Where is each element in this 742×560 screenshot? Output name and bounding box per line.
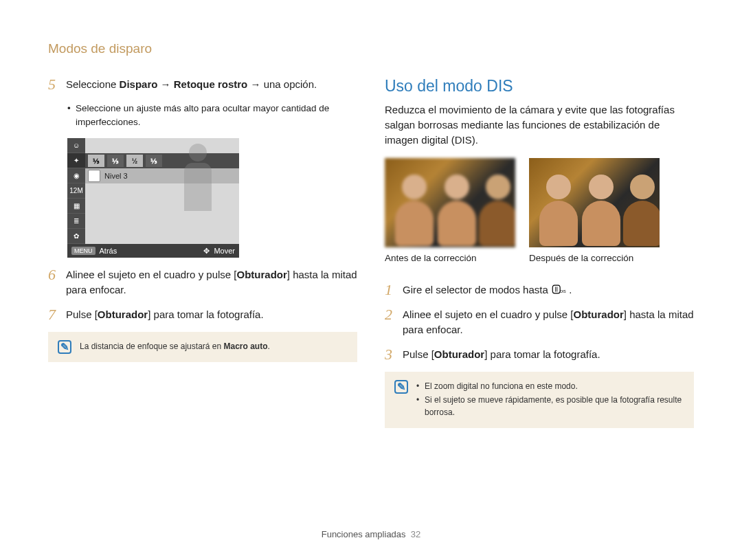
step-5: 5 Seleccione Disparo → Retoque rostro → …	[48, 77, 357, 92]
sample-photo-after	[529, 158, 660, 247]
sidebar-icon-12m: 12M	[67, 183, 85, 199]
note-icon: ✎	[394, 380, 408, 394]
text-bold: Obturador	[98, 309, 148, 320]
note-text: La distancia de enfoque se ajustará en M…	[80, 340, 270, 352]
step-6: 6 Alinee el sujeto en el cuadro y pulse …	[48, 267, 357, 298]
step-number: 3	[385, 347, 396, 362]
note-icon: ✎	[58, 340, 71, 354]
step-5-bullets: Seleccione un ajuste más alto para ocult…	[48, 102, 357, 128]
sidebar-icon-off: ✿	[67, 229, 85, 244]
step-number: 7	[48, 307, 59, 322]
step-1: 1 Gire el selector de modos hasta DIS .	[385, 282, 694, 298]
silhouette-figure	[177, 144, 218, 233]
step-text: Seleccione Disparo → Retoque rostro → un…	[66, 77, 317, 92]
text-fragment: Alinee el sujeto en el cuadro y pulse [	[66, 269, 237, 280]
sidebar-icon-grid: ▦	[67, 199, 85, 214]
sample-photo-before	[385, 158, 515, 247]
text-bold: Obturador	[434, 348, 484, 360]
camera-screen-mockup: ☺ ✦ ◉ 12M ▦ ≣ ✿ ⅓ ⅓ ½ ⅓	[67, 138, 239, 258]
sidebar-icon: ✦	[67, 153, 85, 168]
text-fragment: Seleccione	[66, 78, 120, 90]
content-columns: 5 Seleccione Disparo → Retoque rostro → …	[48, 77, 694, 436]
intro-text: Reduzca el movimiento de la cámara y evi…	[385, 102, 694, 147]
level-option: ⅓	[88, 155, 104, 167]
list-item: El zoom digital no funciona en este modo…	[416, 380, 684, 392]
text-fragment: Pulse [	[66, 309, 98, 320]
text-fragment: .	[268, 341, 270, 351]
text-fragment: una opción.	[264, 78, 317, 90]
text-bold: Disparo	[120, 78, 158, 90]
back-label: Atrás	[100, 247, 117, 255]
navigate-icon: ✥	[203, 247, 210, 256]
text-fragment: ] para tomar la fotografía.	[484, 348, 600, 360]
step-text: Gire el selector de modos hasta DIS .	[403, 282, 572, 298]
before-after-pair: Antes de la corrección Después de la cor…	[385, 158, 694, 263]
level-option: ⅓	[107, 155, 124, 167]
step-number: 5	[48, 77, 59, 92]
text-fragment: →	[157, 78, 173, 90]
menu-button-icon: MENU	[71, 247, 95, 255]
step-number: 2	[385, 307, 396, 322]
text-fragment: Alinee el sujeto en el cuadro y pulse [	[403, 309, 574, 320]
caption-before: Antes de la corrección	[385, 253, 515, 263]
step-7: 7 Pulse [Obturador] para tomar la fotogr…	[48, 307, 357, 322]
left-column: 5 Seleccione Disparo → Retoque rostro → …	[48, 77, 357, 436]
text-fragment: →	[247, 78, 263, 90]
dis-mode-icon: DIS	[551, 284, 566, 295]
text-fragment: La distancia de enfoque se ajustará en	[80, 341, 223, 351]
note-box: ✎ El zoom digital no funciona en este mo…	[385, 372, 694, 428]
footer-label: Funciones ampliadas	[322, 529, 406, 539]
level-selected-icon	[88, 170, 100, 182]
page-footer: Funciones ampliadas 32	[0, 529, 742, 539]
svg-text:DIS: DIS	[560, 289, 566, 293]
note-list: El zoom digital no funciona en este modo…	[416, 380, 684, 420]
sidebar-icon-focus: ◉	[67, 168, 85, 183]
text-fragment: Gire el selector de modos hasta	[403, 284, 551, 295]
step-text: Pulse [Obturador] para tomar la fotograf…	[66, 307, 264, 322]
list-item: Seleccione un ajuste más alto para ocult…	[67, 102, 357, 128]
page-number: 32	[411, 529, 420, 539]
list-item: Si el sujeto se mueve rápidamente, es po…	[416, 394, 684, 418]
image-before: Antes de la corrección	[385, 158, 515, 263]
sidebar-icon-bars: ≣	[67, 214, 85, 229]
text-bold: Obturador	[237, 269, 287, 280]
heading-dis: Uso del modo DIS	[385, 77, 694, 96]
camera-screen-row: ☺ ✦ ◉ 12M ▦ ≣ ✿ ⅓ ⅓ ½ ⅓	[67, 138, 239, 244]
text-bold: Obturador	[574, 309, 624, 320]
text-bold: Retoque rostro	[174, 78, 248, 90]
move-label: Mover	[214, 247, 235, 255]
text-fragment: .	[569, 284, 572, 295]
level-label: Nivel 3	[104, 172, 128, 180]
step-text: Alinee el sujeto en el cuadro y pulse [O…	[403, 307, 694, 337]
step-number: 6	[48, 267, 59, 282]
camera-main-area: ⅓ ⅓ ½ ⅓ Nivel 3	[85, 138, 239, 244]
text-fragment: ] para tomar la fotografía.	[148, 309, 263, 320]
level-option: ½	[126, 155, 143, 167]
text-fragment: Pulse [	[403, 348, 434, 360]
image-after: Después de la corrección	[529, 158, 660, 263]
step-3: 3 Pulse [Obturador] para tomar la fotogr…	[385, 347, 694, 362]
camera-sidebar: ☺ ✦ ◉ 12M ▦ ≣ ✿	[67, 138, 85, 244]
section-header: Modos de disparo	[48, 41, 694, 56]
step-number: 1	[385, 282, 396, 298]
sidebar-icon: ☺	[67, 138, 85, 153]
text-bold: Macro auto	[223, 341, 267, 351]
caption-after: Después de la corrección	[529, 253, 660, 263]
step-text: Pulse [Obturador] para tomar la fotograf…	[403, 347, 600, 362]
step-2: 2 Alinee el sujeto en el cuadro y pulse …	[385, 307, 694, 337]
camera-bottom-bar: MENU Atrás ✥ Mover	[67, 244, 239, 258]
step-text: Alinee el sujeto en el cuadro y pulse [O…	[66, 267, 357, 298]
level-option: ⅓	[146, 155, 162, 167]
note-box: ✎ La distancia de enfoque se ajustará en…	[48, 332, 357, 362]
right-column: Uso del modo DIS Reduzca el movimiento d…	[385, 77, 694, 436]
